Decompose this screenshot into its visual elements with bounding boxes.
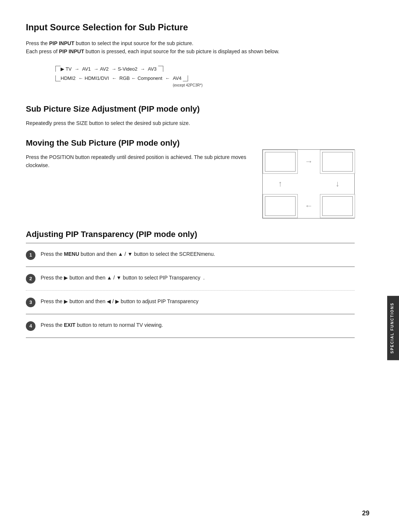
step-1-number: 1 <box>26 250 35 260</box>
step-4-number: 4 <box>26 321 35 331</box>
step-3-text: Press the ▶ button and then ◀ / ▶ button… <box>41 297 198 305</box>
divider-4 <box>26 338 355 338</box>
input-source-section: Input Source Selection for Sub Picture P… <box>26 22 355 93</box>
divider-1 <box>26 267 355 267</box>
sub-picture-size-desc: Repeatedly press the SIZE button to sele… <box>26 119 355 127</box>
input-source-title: Input Source Selection for Sub Picture <box>26 22 355 33</box>
pip-bottom-right <box>320 194 355 218</box>
pip-position-diagram: → ↑ ↓ ← <box>262 149 355 218</box>
adjusting-pip-section: Adjusting PIP Transparency (PIP mode onl… <box>26 230 355 338</box>
pip-bottom-left <box>263 194 298 218</box>
side-tab: SPECIAL FUNCTIONS <box>387 296 399 360</box>
input-source-desc1: Press the PIP INPUT button to select the… <box>26 39 355 56</box>
step-2-text: Press the ▶ button and then ▲ / ▼ button… <box>41 274 205 282</box>
step-3: 3 Press the ▶ button and then ◀ / ▶ butt… <box>26 294 355 311</box>
pip-arrow-right: → <box>298 150 320 174</box>
sub-picture-size-title: Sub Picture Size Adjustment (PIP mode on… <box>26 104 355 114</box>
step-4-text: Press the EXIT button to return to norma… <box>41 321 163 329</box>
pip-top-left <box>263 150 298 174</box>
page-number: 29 <box>362 509 369 517</box>
adjusting-pip-title: Adjusting PIP Transparency (PIP mode onl… <box>26 230 355 239</box>
divider-3 <box>26 314 355 314</box>
moving-sub-title: Moving the Sub Picture (PIP mode only) <box>26 138 355 148</box>
pip-top-right <box>320 150 355 174</box>
divider-2 <box>26 290 355 291</box>
sub-picture-section: Sub Picture Size Adjustment (PIP mode on… <box>26 104 355 127</box>
step-4: 4 Press the EXIT button to return to nor… <box>26 317 355 335</box>
moving-sub-section: Moving the Sub Picture (PIP mode only) P… <box>26 138 355 218</box>
pip-arrow-up: ↑ <box>263 174 298 194</box>
steps-list: 1 Press the MENU button and then ▲ / ▼ b… <box>26 246 355 338</box>
moving-sub-desc: Press the POSITION button repeatedly unt… <box>26 153 251 170</box>
step-3-number: 3 <box>26 298 35 307</box>
step-2-number: 2 <box>26 274 35 284</box>
flow-diagram: ▶ TV → AV1 → AV2 → S-Video2 → AV3 <box>48 61 355 93</box>
pip-arrow-left: ← <box>298 194 320 218</box>
step-1: 1 Press the MENU button and then ▲ / ▼ b… <box>26 246 355 264</box>
step-1-text: Press the MENU button and then ▲ / ▼ but… <box>41 250 215 258</box>
divider-top <box>26 243 355 243</box>
step-2: 2 Press the ▶ button and then ▲ / ▼ butt… <box>26 270 355 287</box>
pip-arrow-down: ↓ <box>320 174 355 194</box>
pip-center <box>298 174 320 194</box>
